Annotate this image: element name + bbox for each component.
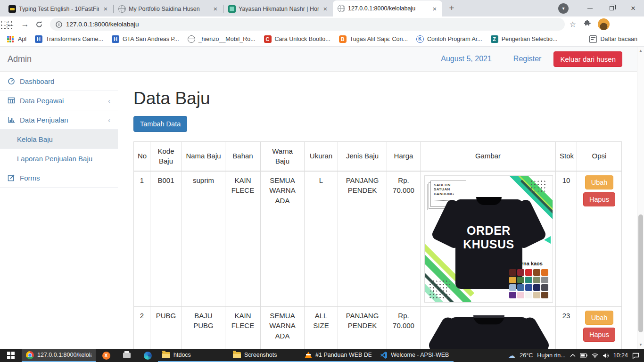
cell-nama: suprim [182, 171, 225, 307]
tray-chevron-up-icon[interactable] [570, 354, 576, 357]
table-row: 2 PUBG BAJU PUBG KAIN FLECE SEMUA WARNA … [134, 306, 622, 349]
reload-icon[interactable] [32, 21, 46, 28]
extensions-puzzle-icon[interactable] [580, 19, 594, 29]
sidebar-item-kelola-baju[interactable]: Kelola Baju [0, 130, 118, 149]
col-header-warna: Warna Baju [261, 142, 305, 171]
window-restore-button[interactable] [601, 0, 622, 16]
site-info-icon[interactable] [56, 21, 62, 28]
tab-typing-test[interactable]: Typing Test English - 10FastFinge × [4, 1, 113, 16]
tab-close-icon[interactable]: × [102, 5, 109, 13]
sidebar-item-laporan-penjualan[interactable]: Laporan Penjualan Baju [0, 149, 118, 168]
logout-button[interactable]: Keluar dari husen [553, 51, 622, 67]
taskbar-edge-button[interactable] [137, 349, 158, 362]
hapus-button[interactable]: Hapus [583, 328, 615, 342]
sidebar-item-data-penjualan[interactable]: Data Penjualan ‹ [0, 110, 118, 130]
bookmark-cara-unlock[interactable]: C Cara Unlock Bootlo... [260, 33, 335, 45]
vscode-icon [380, 351, 388, 359]
forward-icon[interactable]: → [18, 20, 32, 29]
taskbar-xampp-button[interactable]: X [96, 349, 116, 362]
cell-bahan: KAIN FLECE [225, 306, 261, 349]
browser-tab-strip: Typing Test English - 10FastFinge × My P… [0, 0, 644, 16]
sidebar-item-forms[interactable]: Forms [0, 168, 118, 188]
brand-title[interactable]: Admin [8, 54, 32, 64]
bookmarks-bar: Apl H Transformers Game... H GTA San And… [0, 32, 644, 47]
chevron-left-icon: ‹ [108, 116, 110, 124]
sidebar-label: Laporan Penjualan Baju [17, 155, 92, 163]
bookmark-gta[interactable]: H GTA San Andreas P... [107, 33, 183, 45]
taskbar-chrome-task[interactable]: 127.0.0.1:8000/kelolab... [22, 349, 96, 362]
action-center-icon[interactable] [632, 353, 639, 359]
ubah-button[interactable]: Ubah [585, 311, 614, 325]
ubah-button[interactable]: Ubah [585, 175, 614, 189]
sidebar-item-data-pegawai[interactable]: Data Pegawai ‹ [0, 91, 118, 110]
tab-search-icon[interactable]: ▾ [558, 3, 569, 14]
bookmark-tugas-alif[interactable]: B Tugas Alif Saja: Con... [335, 33, 412, 45]
weather-cloud-icon[interactable]: ☁ [508, 351, 515, 360]
task-label: htdocs [173, 352, 191, 358]
tray-clock[interactable]: 10:24 [613, 352, 628, 359]
reading-list-button[interactable]: Daftar bacaan [585, 33, 644, 45]
col-header-gambar: Gambar [421, 142, 556, 171]
cell-opsi: Ubah Hapus [577, 171, 622, 307]
taskbar-vlc-task[interactable]: #1 Panduan WEB DEV... [300, 349, 376, 362]
taskbar-htdocs-task[interactable]: htdocs [158, 349, 229, 362]
address-bar[interactable]: 127.0.0.1:8000/kelolabaju [50, 18, 565, 31]
task-label: 127.0.0.1:8000/kelolab... [37, 352, 91, 358]
tab-close-icon[interactable]: × [431, 5, 438, 13]
tab-close-icon[interactable]: × [212, 5, 219, 13]
profile-avatar[interactable] [598, 18, 610, 30]
tab-yayasan[interactable]: Yayasan Hikmatun Nashr | Home × [223, 1, 333, 16]
page-scrollbar[interactable]: ▲ ▼ [637, 47, 644, 349]
product-image-pubg [424, 311, 553, 349]
start-button[interactable] [0, 349, 22, 362]
cell-no: 2 [134, 306, 150, 349]
keyboard-favicon-icon [8, 5, 16, 13]
cell-warna: SEMUA WARNA ADA [261, 306, 305, 349]
task-label: Welcome - APSI-WEB... [391, 352, 449, 358]
speaker-icon[interactable] [603, 353, 609, 358]
shirt-print-text: ORDER KHUSUS [453, 224, 525, 252]
cell-warna: SEMUA WARNA ADA [261, 171, 305, 307]
gauge-icon [8, 77, 15, 85]
bookmark-transformers[interactable]: H Transformers Game... [31, 33, 107, 45]
site-header: Admin August 5, 2021 Register Keluar dar… [0, 47, 644, 72]
globe-favicon-icon [118, 5, 126, 13]
register-link[interactable]: Register [513, 55, 542, 63]
new-tab-button[interactable]: + [445, 2, 458, 15]
browser-menu-icon[interactable]: ⋮ [0, 20, 14, 29]
cell-nama: BAJU PUBG [182, 306, 225, 349]
wifi-icon[interactable] [592, 353, 598, 358]
scroll-up-icon[interactable]: ▲ [637, 49, 644, 53]
tray-temperature[interactable]: 26°C [520, 352, 533, 359]
bookmark-pengertian[interactable]: Z Pengertian Selectio... [487, 33, 562, 45]
date-link[interactable]: August 5, 2021 [441, 55, 492, 63]
hapus-button[interactable]: Hapus [583, 192, 615, 206]
window-minimize-button[interactable] [579, 0, 601, 16]
url-text[interactable]: 127.0.0.1:8000/kelolabaju [66, 21, 139, 28]
globe-icon [188, 35, 195, 43]
col-header-opsi: Opsi [577, 142, 622, 171]
cell-ukuran: ALL SIZE [305, 306, 338, 349]
tambah-data-button[interactable]: Tambah Data [133, 116, 187, 132]
taskbar-screenshots-task[interactable]: Screenshots [229, 349, 300, 362]
window-close-button[interactable]: × [622, 0, 644, 16]
bookmark-apps[interactable]: Apl [3, 33, 31, 45]
tray-weather-desc[interactable]: Hujan rin... [537, 352, 565, 359]
bookmark-contoh-program[interactable]: K Contoh Program Ar... [412, 33, 487, 45]
blogger-icon: B [339, 35, 347, 43]
bookmark-star-icon[interactable]: ☆ [566, 20, 580, 29]
scrollbar-thumb[interactable] [638, 214, 643, 332]
scroll-down-icon[interactable]: ▼ [637, 343, 644, 347]
tab-kelolabaju-active[interactable]: 127.0.0.1:8000/kelolabaju × [333, 0, 442, 16]
bookmark-hienzo[interactable]: _hienzo__Mobil_Ro... [183, 33, 260, 45]
taskbar-vscode-task[interactable]: Welcome - APSI-WEB... [376, 349, 454, 362]
cell-jenis: PANJANG PENDEK [338, 306, 387, 349]
tab-portfolio[interactable]: My Portfolio Saidina Husen × [114, 1, 223, 16]
battery-icon[interactable] [580, 353, 587, 358]
sidebar-item-dashboard[interactable]: Dashboard [0, 72, 118, 91]
table-header-row: No Kode Baju Nama Baju Bahan Warna Baju … [134, 142, 622, 171]
tab-close-icon[interactable]: × [322, 5, 329, 13]
shirt-color-grid [508, 269, 549, 298]
taskbar-printer-button[interactable] [116, 349, 137, 362]
k-site-icon: K [416, 35, 424, 43]
